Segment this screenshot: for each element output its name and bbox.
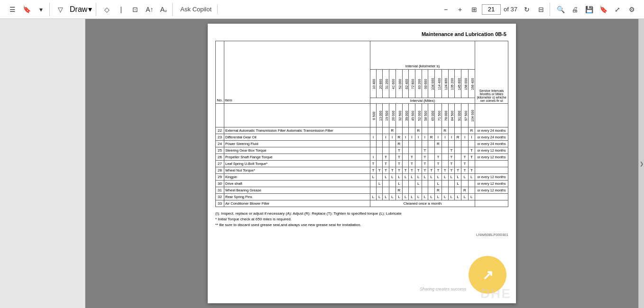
- row-cell: T: [448, 161, 454, 167]
- toolbar: ☰ 🔖 ▾ ▽ Draw ▾ ◇ | ⊡ A↑ Aᵥ Ask Copilot −…: [0, 0, 644, 19]
- row-item: Wheel Nut Torque*: [224, 167, 370, 174]
- draw-dropdown[interactable]: Draw ▾: [68, 4, 94, 15]
- miles-values-row: 6 500 13 000 19 500 26 000 32 500 39 000…: [216, 104, 508, 127]
- row-cell: [377, 147, 383, 154]
- row-no: 22: [216, 127, 224, 134]
- rotate-icon[interactable]: ↻: [520, 3, 534, 16]
- row-cell: L: [435, 181, 442, 187]
- zoom-in-icon[interactable]: +: [453, 3, 467, 16]
- page-footer: LNW60BLF000301: [215, 233, 508, 237]
- km-7: 83 200: [415, 70, 422, 98]
- toolbar-group-nav: ☰ 🔖 ▾: [4, 3, 50, 16]
- row-cell: T: [396, 147, 402, 154]
- item-header: Item: [224, 41, 370, 104]
- item-spacer: [224, 104, 370, 127]
- row-cell: I: [403, 134, 409, 141]
- row-cell: [403, 127, 409, 134]
- table-row: 32Rear Spring PinsLLLLLLLLLLLLLLLL: [216, 194, 508, 200]
- km-0: 10 400: [370, 70, 376, 98]
- ask-copilot-button[interactable]: Ask Copilot: [176, 5, 215, 14]
- view-mode-icon[interactable]: ⊟: [534, 3, 548, 16]
- search-icon[interactable]: 🔍: [554, 3, 567, 16]
- chevron-down-icon[interactable]: ▾: [34, 3, 47, 16]
- doc-area[interactable]: Maintenance and Lubrication 0B-5 No. Ite…: [85, 19, 638, 308]
- right-panel-handle[interactable]: ❯: [638, 19, 644, 308]
- row-cell: L: [435, 194, 442, 200]
- row-cell: [403, 181, 409, 187]
- settings-icon[interactable]: ⚙: [625, 3, 638, 16]
- row-cell: T: [422, 154, 428, 161]
- row-service: or every 12 months: [475, 174, 508, 181]
- row-service: or every 24 months: [475, 141, 508, 147]
- row-service: [475, 194, 508, 200]
- row-cell: [409, 127, 415, 134]
- row-cell: [442, 154, 448, 161]
- zoom-out-icon[interactable]: −: [439, 3, 452, 16]
- draw-label: Draw: [70, 5, 87, 14]
- row-cell: I: [435, 134, 442, 141]
- main-area: Maintenance and Lubrication 0B-5 No. Ite…: [0, 19, 644, 308]
- eraser-icon[interactable]: ◇: [100, 3, 113, 16]
- bookmark2-icon[interactable]: 🔖: [597, 3, 610, 16]
- bookmark-icon[interactable]: 🔖: [20, 3, 33, 16]
- footnote-3: ** Be sure to discard used grease seal,a…: [215, 222, 508, 228]
- row-cell: [448, 181, 454, 187]
- filter-icon[interactable]: ▽: [54, 3, 67, 16]
- row-cell: [468, 181, 475, 187]
- row-cell: L: [455, 174, 461, 181]
- page-number-input[interactable]: 21: [482, 4, 501, 15]
- row-item: Rear Spring Pins: [224, 194, 370, 200]
- row-item: Steering Gear Box Torque: [224, 147, 370, 154]
- mi-5: 39 000: [403, 104, 409, 127]
- row-cell: [428, 141, 435, 147]
- row-cell: [383, 127, 389, 134]
- highlight-icon[interactable]: Aᵥ: [157, 3, 170, 16]
- row-cell: T: [409, 161, 415, 167]
- row-cell: T: [461, 154, 468, 161]
- row-cell: [428, 161, 435, 167]
- row-service: or every 24 months: [475, 127, 508, 134]
- row-cell: [468, 187, 475, 194]
- text-box-icon[interactable]: ⊡: [129, 3, 142, 16]
- table-row: 26Propeller Shaft Flange TorqueITTTTTTTT…: [216, 154, 508, 161]
- row-cell: [422, 127, 428, 134]
- expand-icon[interactable]: ⤢: [611, 3, 624, 16]
- mi-13: 91 000: [455, 104, 461, 127]
- mi-11: 78 000: [442, 104, 448, 127]
- table-row: 29KingpinLLLLLLLLLLLLLLLor every 12 mont…: [216, 174, 508, 181]
- row-cell: L: [403, 174, 409, 181]
- row-cell: [389, 187, 396, 194]
- save-icon[interactable]: 💾: [582, 3, 596, 16]
- km-12: 135 200: [448, 70, 454, 98]
- row-cell: [403, 147, 409, 154]
- row-no: 24: [216, 141, 224, 147]
- fit-page-icon[interactable]: ⊞: [468, 3, 481, 16]
- row-cell: I: [422, 134, 428, 141]
- row-cell: [370, 147, 376, 154]
- menu-icon[interactable]: ☰: [6, 3, 19, 16]
- row-cell: L: [455, 181, 461, 187]
- km-5: 62 400: [403, 70, 409, 98]
- document-page: Maintenance and Lubrication 0B-5 No. Ite…: [208, 24, 516, 303]
- font-icon[interactable]: A↑: [143, 3, 156, 16]
- table-row: 33Air Conditioner Blower FilterCleaned o…: [216, 200, 508, 207]
- row-cell: R: [415, 127, 422, 134]
- row-cell: R: [428, 134, 435, 141]
- km-13: 145 600: [455, 70, 461, 98]
- row-item: Leaf Spring U-Bolt Torque*: [224, 161, 370, 167]
- row-cell: I: [448, 134, 454, 141]
- row-cell: [442, 161, 448, 167]
- row-cell: [455, 161, 461, 167]
- watermark-arrow-icon: ↗: [482, 267, 493, 283]
- row-cell: [428, 154, 435, 161]
- row-cell: [377, 187, 383, 194]
- row-cell: [428, 187, 435, 194]
- row-cell: [461, 147, 468, 154]
- row-cell: [415, 154, 422, 161]
- row-cell: I: [383, 134, 389, 141]
- print-icon[interactable]: 🖨: [568, 3, 581, 16]
- row-cell: T: [455, 167, 461, 174]
- mi-4: 32 500: [396, 104, 402, 127]
- km-4: 52 000: [396, 70, 402, 98]
- row-cell: [383, 141, 389, 147]
